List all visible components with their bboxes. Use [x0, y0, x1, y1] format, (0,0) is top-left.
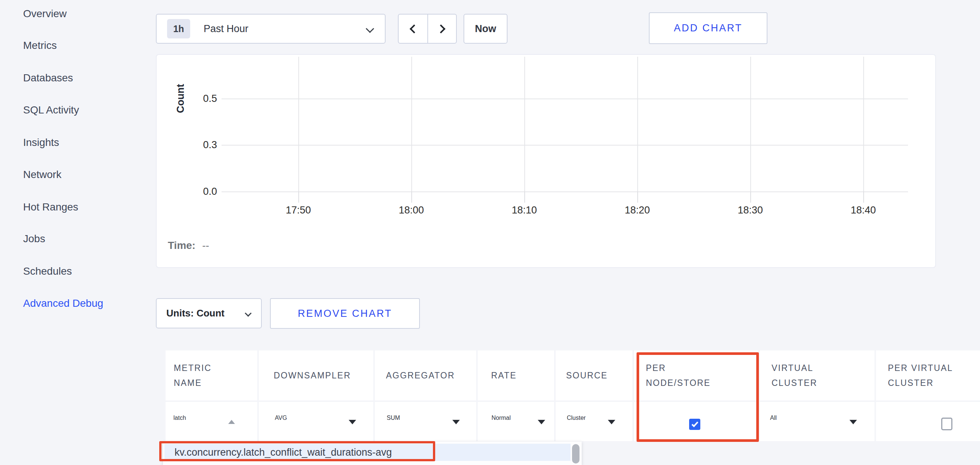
y-tick-label: 0.5 — [183, 92, 217, 105]
aggregator-cell[interactable] — [375, 402, 476, 441]
column-header-metric-name: METRICNAME — [165, 350, 257, 400]
sidebar-item-network[interactable]: Network — [23, 166, 62, 183]
per-virtual-cluster-checkbox[interactable] — [941, 418, 952, 430]
prev-time-button[interactable] — [399, 14, 427, 43]
axis-tick — [637, 192, 638, 203]
x-tick-label: 18:30 — [724, 205, 776, 216]
now-button[interactable]: Now — [463, 14, 508, 44]
check-icon — [691, 420, 698, 427]
chart-panel: Count 0.5 0.3 0.0 17:50 18:00 18:10 18:2… — [156, 54, 936, 268]
column-header-virtual-cluster: VIRTUALCLUSTER — [760, 350, 875, 400]
chevron-down-icon — [245, 310, 251, 316]
time-label: Time: — [168, 240, 196, 251]
caret-down-icon[interactable] — [538, 420, 545, 424]
downsampler-select-value[interactable]: AVG — [275, 415, 287, 421]
column-header-per-virtual-cluster: PER VIRTUALCLUSTER — [876, 350, 980, 400]
sidebar-item-databases[interactable]: Databases — [23, 70, 73, 86]
x-tick-label: 18:10 — [498, 205, 550, 216]
axis-tick — [524, 192, 525, 203]
hover-time-readout: Time:-- — [168, 240, 209, 251]
gridline — [411, 57, 412, 195]
axis-tick — [411, 192, 412, 203]
virtual-cluster-cell[interactable] — [760, 402, 875, 441]
source-cell[interactable] — [556, 402, 632, 441]
gridline — [221, 145, 908, 145]
units-select[interactable]: Units: Count — [156, 298, 262, 328]
axis-tick — [298, 192, 299, 203]
caret-down-icon[interactable] — [348, 420, 356, 424]
column-header-source: SOURCE — [556, 350, 632, 400]
y-tick-label: 0.0 — [183, 185, 217, 198]
sidebar-item-overview[interactable]: Overview — [23, 6, 67, 22]
chevron-left-icon — [409, 24, 418, 33]
x-tick-label: 18:00 — [385, 205, 438, 216]
advanced-debug-custom-chart-page: Overview Metrics Databases SQL Activity … — [0, 0, 980, 465]
metric-suggestion-dropdown: kv.concurrency.latch_conflict_wait_durat… — [163, 441, 582, 465]
time-range-badge: 1h — [167, 19, 190, 38]
x-tick-label: 17:50 — [272, 205, 325, 216]
x-tick-label: 18:40 — [837, 205, 889, 216]
time-value: -- — [202, 240, 209, 251]
gridline — [637, 57, 638, 195]
sidebar-item-hot-ranges[interactable]: Hot Ranges — [23, 199, 78, 215]
virtual-cluster-select-value[interactable]: All — [770, 415, 777, 421]
next-time-button[interactable] — [427, 14, 456, 43]
per-node-store-checkbox[interactable] — [689, 419, 700, 430]
source-select-value[interactable]: Cluster — [567, 415, 586, 421]
caret-down-icon[interactable] — [850, 420, 857, 424]
units-label: Units: Count — [166, 307, 224, 319]
gridline — [221, 192, 908, 192]
time-range-select[interactable]: 1h Past Hour — [156, 14, 386, 44]
chevron-right-icon — [436, 24, 445, 33]
caret-down-icon[interactable] — [452, 420, 460, 424]
x-tick-label: 18:20 — [611, 205, 663, 216]
dropdown-scrollbar-thumb[interactable] — [572, 444, 579, 463]
column-header-per-node-store: PERNODE/STORE — [634, 350, 758, 400]
gridline — [524, 57, 525, 195]
gridline — [863, 57, 864, 195]
sidebar-item-sql-activity[interactable]: SQL Activity — [23, 102, 79, 118]
axis-tick — [750, 192, 751, 203]
caret-down-icon[interactable] — [608, 420, 615, 424]
per-virtual-cluster-cell — [876, 402, 980, 441]
remove-chart-button[interactable]: REMOVE CHART — [270, 298, 420, 329]
sidebar-item-jobs[interactable]: Jobs — [23, 231, 45, 247]
sidebar-item-insights[interactable]: Insights — [23, 134, 59, 151]
sidebar-item-schedules[interactable]: Schedules — [23, 263, 72, 280]
gridline — [750, 57, 751, 195]
caret-up-icon[interactable] — [228, 420, 235, 424]
aggregator-select-value[interactable]: SUM — [387, 415, 400, 421]
column-header-aggregator: AGGREGATOR — [375, 350, 476, 400]
gridline — [221, 99, 908, 99]
chevron-down-icon — [366, 25, 374, 33]
y-tick-label: 0.3 — [183, 139, 217, 151]
rate-select-value[interactable]: Normal — [492, 415, 511, 421]
column-header-rate: RATE — [478, 350, 554, 400]
gridline — [298, 57, 299, 195]
metric-name-cell[interactable] — [165, 402, 257, 441]
metric-suggestion-item[interactable]: kv.concurrency.latch_conflict_wait_durat… — [164, 444, 571, 461]
sidebar-item-advanced-debug[interactable]: Advanced Debug — [23, 295, 103, 312]
time-step-buttons — [398, 14, 457, 44]
axis-tick — [863, 192, 864, 203]
sidebar-item-metrics[interactable]: Metrics — [23, 37, 57, 54]
add-chart-button[interactable]: ADD CHART — [649, 12, 767, 44]
column-header-downsampler: DOWNSAMPLER — [259, 350, 373, 400]
time-range-label: Past Hour — [204, 23, 248, 35]
metric-name-input[interactable]: latch — [173, 415, 186, 421]
